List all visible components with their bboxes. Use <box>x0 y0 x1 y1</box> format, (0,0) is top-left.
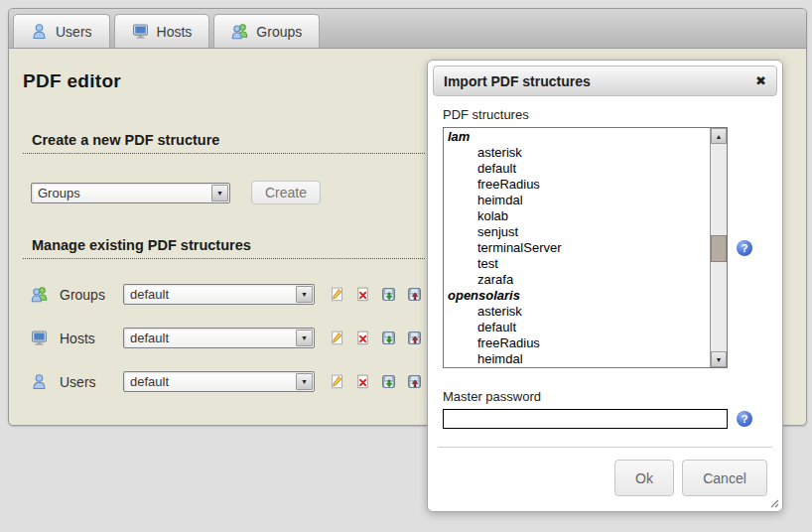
user-icon <box>31 373 48 390</box>
list-item[interactable]: asterisk <box>448 145 727 161</box>
group-icon <box>31 286 48 303</box>
list-item[interactable]: freeRadius <box>448 335 727 351</box>
tab-hosts[interactable]: Hosts <box>114 14 210 48</box>
select-value: Groups <box>38 186 80 200</box>
import-icon[interactable] <box>407 331 422 345</box>
scrollbar-thumb[interactable] <box>711 235 727 262</box>
dialog-titlebar[interactable]: Import PDF structures ✖ <box>433 66 777 96</box>
export-icon[interactable] <box>381 331 396 345</box>
tab-bar: Users Hosts Groups <box>9 9 806 49</box>
list-item[interactable]: zarafa <box>448 272 727 288</box>
edit-icon[interactable] <box>330 374 344 389</box>
select-value: default <box>130 331 169 345</box>
export-icon[interactable] <box>381 287 396 302</box>
group-icon <box>231 23 248 40</box>
delete-icon[interactable] <box>355 374 370 389</box>
row-label: Hosts <box>60 331 115 346</box>
create-section-heading: Create a new PDF structure <box>23 132 425 154</box>
import-icon[interactable] <box>407 374 422 389</box>
delete-icon[interactable] <box>355 331 370 345</box>
list-item[interactable]: asterisk <box>448 304 727 320</box>
chevron-down-icon[interactable]: ▼ <box>211 185 228 201</box>
pdf-structures-listbox[interactable]: lam asterisk default freeRadius heimdal … <box>443 127 728 368</box>
dialog-title: Import PDF structures <box>444 73 755 89</box>
users-structure-select[interactable]: default ▼ <box>123 371 315 392</box>
scroll-up-icon[interactable]: ▲ <box>711 128 727 144</box>
host-icon <box>132 23 149 40</box>
chevron-down-icon[interactable]: ▼ <box>296 286 313 303</box>
create-button[interactable]: Create <box>251 181 321 204</box>
list-item[interactable]: test <box>448 256 727 272</box>
list-item[interactable]: default <box>448 161 727 177</box>
chevron-down-icon[interactable]: ▼ <box>296 373 313 390</box>
pdf-structures-label: PDF structures <box>443 107 767 123</box>
delete-icon[interactable] <box>355 287 370 302</box>
list-item[interactable]: freeRadius <box>448 177 727 193</box>
help-icon[interactable]: ? <box>737 240 752 256</box>
chevron-down-icon[interactable]: ▼ <box>296 330 313 346</box>
hosts-structure-select[interactable]: default ▼ <box>123 328 315 348</box>
listbox-scrollbar[interactable]: ▲ ▼ <box>710 128 727 367</box>
list-item[interactable]: senjust <box>448 224 727 240</box>
tab-label: Hosts <box>157 24 193 40</box>
user-icon <box>31 23 48 40</box>
list-item[interactable]: default <box>448 320 727 335</box>
manage-row-users: Users default ▼ <box>31 371 422 392</box>
list-item[interactable]: kolab <box>448 367 727 368</box>
tab-label: Users <box>56 24 92 40</box>
manage-section-heading: Manage existing PDF structures <box>23 237 425 259</box>
dialog-body: PDF structures lam asterisk default free… <box>428 107 782 429</box>
create-controls: Groups ▼ Create <box>31 181 321 204</box>
resize-handle-icon[interactable] <box>767 496 779 508</box>
import-pdf-structures-dialog: Import PDF structures ✖ PDF structures l… <box>427 60 783 512</box>
structure-type-select[interactable]: Groups ▼ <box>31 183 230 203</box>
row-label: Groups <box>60 287 115 303</box>
cancel-button[interactable]: Cancel <box>682 460 767 496</box>
list-category: opensolaris <box>448 288 727 304</box>
manage-row-hosts: Hosts default ▼ <box>31 328 422 348</box>
master-password-input[interactable] <box>443 409 728 429</box>
list-item[interactable]: kolab <box>448 208 727 224</box>
edit-icon[interactable] <box>330 331 344 345</box>
page-title: PDF editor <box>23 70 121 92</box>
row-label: Users <box>60 374 115 390</box>
scroll-down-icon[interactable]: ▼ <box>711 351 727 367</box>
dialog-footer: Ok Cancel <box>438 447 772 496</box>
tab-label: Groups <box>256 24 302 40</box>
export-icon[interactable] <box>381 374 396 389</box>
import-icon[interactable] <box>407 287 422 302</box>
select-value: default <box>130 287 169 302</box>
host-icon <box>31 330 48 346</box>
ok-button[interactable]: Ok <box>614 460 674 496</box>
select-value: default <box>130 374 169 389</box>
tab-groups[interactable]: Groups <box>213 14 320 48</box>
list-item[interactable]: heimdal <box>448 193 727 208</box>
groups-structure-select[interactable]: default ▼ <box>123 284 315 305</box>
manage-row-groups: Groups default ▼ <box>31 284 422 305</box>
help-icon[interactable]: ? <box>737 411 752 427</box>
list-category: lam <box>448 129 727 145</box>
list-item[interactable]: heimdal <box>448 351 727 367</box>
tab-users[interactable]: Users <box>13 14 110 48</box>
close-icon[interactable]: ✖ <box>755 74 766 87</box>
master-password-label: Master password <box>443 389 767 405</box>
list-item[interactable]: terminalServer <box>448 240 727 256</box>
edit-icon[interactable] <box>330 287 344 302</box>
listbox-items: lam asterisk default freeRadius heimdal … <box>444 128 727 368</box>
